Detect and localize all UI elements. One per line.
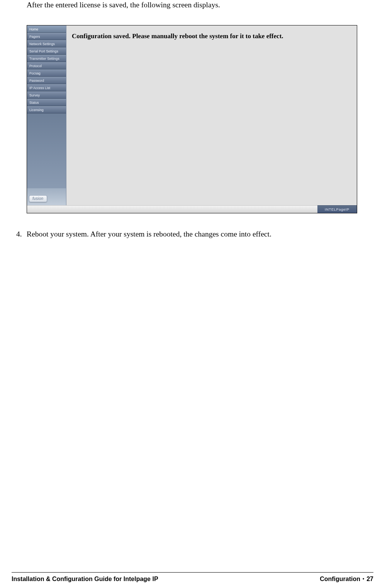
sidebar-spacer	[27, 113, 66, 188]
footer-section: Configuration	[320, 576, 360, 583]
sidebar-item-label: Pagers	[29, 35, 40, 39]
sidebar-item-home[interactable]: Home	[27, 25, 66, 33]
sidebar: Home Pagers Network Settings Serial Port…	[27, 25, 66, 205]
sidebar-item-network-settings[interactable]: Network Settings	[27, 40, 66, 47]
step-number: 4.	[16, 230, 27, 238]
sidebar-nav: Home Pagers Network Settings Serial Port…	[27, 25, 66, 113]
brand-logo: fusion	[29, 195, 47, 202]
sidebar-item-protocol[interactable]: Protocol	[27, 62, 66, 69]
footer-rule	[12, 572, 373, 573]
config-saved-message: Configuration saved. Please manually reb…	[72, 32, 351, 40]
app-window: Home Pagers Network Settings Serial Port…	[27, 25, 357, 213]
footer-page-info: Configuration • 27	[320, 576, 373, 583]
sidebar-item-label: Status	[29, 101, 39, 105]
app-footer-spacer	[27, 205, 317, 213]
step-text: Reboot your system. After your system is…	[27, 230, 362, 238]
sidebar-item-label: Pocsag	[29, 71, 41, 75]
sidebar-item-label: Password	[29, 79, 44, 83]
footer-doc-title: Installation & Configuration Guide for I…	[12, 576, 158, 583]
sidebar-item-licensing[interactable]: Licensing	[27, 106, 66, 113]
sidebar-item-label: Protocol	[29, 64, 42, 68]
sidebar-item-status[interactable]: Status	[27, 99, 66, 106]
sidebar-item-label: Transmitter Settings	[29, 57, 59, 61]
sidebar-item-label: Serial Port Settings	[29, 49, 58, 53]
sidebar-item-label: IP Access List	[29, 86, 50, 90]
footer-separator: •	[363, 576, 364, 581]
sidebar-item-survey[interactable]: Survey	[27, 91, 66, 99]
content-area: Configuration saved. Please manually reb…	[66, 25, 357, 205]
sidebar-item-pagers[interactable]: Pagers	[27, 33, 66, 40]
sidebar-item-label: Home	[29, 27, 38, 31]
sidebar-item-serial-port-settings[interactable]: Serial Port Settings	[27, 47, 66, 55]
sidebar-item-label: Licensing	[29, 108, 44, 112]
app-footer: INTELPageIP	[27, 205, 357, 213]
sidebar-item-label: Survey	[29, 93, 40, 97]
embedded-screenshot: Home Pagers Network Settings Serial Port…	[27, 25, 357, 213]
sidebar-item-ip-access-list[interactable]: IP Access List	[27, 84, 66, 91]
sidebar-brand-area: fusion	[27, 188, 66, 205]
sidebar-item-transmitter-settings[interactable]: Transmitter Settings	[27, 55, 66, 62]
sidebar-item-pocsag[interactable]: Pocsag	[27, 69, 66, 77]
app-footer-brand: INTELPageIP	[317, 205, 357, 213]
page-footer: Installation & Configuration Guide for I…	[12, 576, 373, 583]
intro-paragraph: After the entered license is saved, the …	[27, 1, 220, 9]
sidebar-item-password[interactable]: Password	[27, 77, 66, 84]
numbered-step: 4. Reboot your system. After your system…	[16, 230, 362, 238]
document-page: After the entered license is saved, the …	[0, 0, 385, 588]
app-body: Home Pagers Network Settings Serial Port…	[27, 25, 357, 205]
footer-page-number: 27	[366, 576, 373, 583]
sidebar-item-label: Network Settings	[29, 42, 55, 46]
